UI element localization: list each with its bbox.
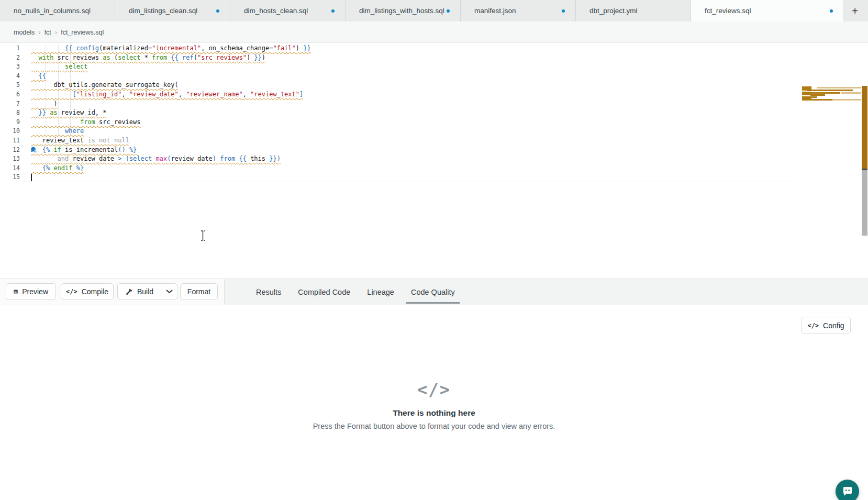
code-line-14[interactable]: 14 {% endif %} (0, 164, 868, 173)
line-number: 11 (0, 136, 23, 146)
breadcrumb: models›fct›fct_reviews.sql (14, 21, 104, 43)
file-tab-label: no_nulls_in_columns.sql (14, 7, 91, 15)
config-button[interactable]: </> Config (801, 317, 851, 334)
config-label: Config (823, 321, 844, 330)
format-label: Format (187, 287, 210, 296)
bottom-toolbar: Preview </> Compile Build Format Results (0, 279, 868, 305)
code-line-8[interactable]: 8 }} as review_id, * (0, 108, 868, 118)
code-line-text: {% endif %} (23, 164, 84, 173)
file-tab-dim_hosts_clean.sql[interactable]: dim_hosts_clean.sql (230, 0, 346, 21)
code-line-10[interactable]: 10 where (0, 127, 868, 136)
preview-button[interactable]: Preview (6, 283, 56, 300)
code-line-text: review_text is not null (23, 136, 129, 146)
line-number: 1 (0, 44, 23, 53)
panel-tab-lineage[interactable]: Lineage (367, 279, 394, 305)
file-header-row: models›fct›fct_reviews.sql Save (0, 21, 868, 43)
file-tab-label: manifest.json (474, 7, 516, 15)
file-tab-label: dim_listings_with_hosts.sql (359, 7, 444, 15)
code-line-text: select (23, 62, 87, 72)
code-line-text: and review_date > (select max(review_dat… (23, 154, 281, 164)
code-line-text: {{ config(materialized="incremental", on… (23, 44, 311, 53)
editor-scrollbar[interactable] (862, 86, 867, 236)
format-button[interactable]: Format (180, 283, 218, 300)
new-tab-button[interactable]: + (848, 4, 862, 18)
file-tab-manifest.json[interactable]: manifest.json (461, 0, 576, 21)
file-tab-dim_listings_clean.sql[interactable]: dim_listings_clean.sql (115, 0, 230, 21)
line-number: 14 (0, 164, 23, 173)
mouse-cursor-ibeam (200, 230, 206, 241)
panel-tab-label: Code Quality (411, 288, 455, 296)
code-line-15[interactable]: 15 (0, 173, 868, 182)
empty-state-subtitle: Press the Format button above to format … (0, 422, 868, 430)
code-icon: </> (807, 322, 819, 329)
text-cursor (31, 174, 32, 181)
panel-tab-label: Results (256, 288, 281, 296)
compile-button[interactable]: </> Compile (61, 283, 114, 300)
code-line-text: }} as review_id, * (23, 108, 107, 118)
code-line-9[interactable]: 9 from src_reviews (0, 118, 868, 127)
code-line-2[interactable]: 2 with src_reviews as (select * from {{ … (0, 53, 868, 63)
line-number: 5 (0, 81, 23, 90)
panel-tab-label: Compiled Code (298, 288, 350, 296)
code-line-13[interactable]: 13 and review_date > (select max(review_… (0, 154, 868, 164)
line-number: 4 (0, 72, 23, 81)
code-editor[interactable]: 1 {{ config(materialized="incremental", … (0, 43, 868, 279)
file-tab-label: fct_reviews.sql (705, 7, 751, 15)
build-options-button[interactable] (161, 284, 177, 299)
code-line-text: from src_reviews (23, 118, 141, 127)
code-icon: </> (0, 380, 868, 399)
code-line-11[interactable]: 11 review_text is not null (0, 136, 868, 146)
hammer-icon (125, 288, 133, 296)
code-line-text: {{ (23, 72, 46, 81)
file-tab-label: dbt_project.yml (589, 7, 638, 15)
build-label: Build (137, 287, 153, 296)
line-number: 8 (0, 108, 23, 118)
panel-tab-results[interactable]: Results (256, 279, 281, 305)
unsaved-changes-dot-icon (331, 9, 335, 13)
file-tab-dim_listings_with_hosts.sql[interactable]: dim_listings_with_hosts.sql (346, 0, 461, 21)
table-icon (14, 288, 18, 295)
code-line-4[interactable]: 4 {{ (0, 72, 868, 81)
preview-label: Preview (22, 287, 48, 296)
panel-tabs: ResultsCompiled CodeLineageCode Quality (224, 279, 455, 305)
code-line-text: dbt_utils.generate_surrogate_key( (23, 81, 179, 90)
file-tab-dbt_project.yml[interactable]: dbt_project.yml (576, 0, 691, 21)
unsaved-changes-dot-icon (447, 9, 450, 13)
file-tab-label: dim_hosts_clean.sql (244, 7, 308, 15)
code-line-text: ) (23, 99, 58, 109)
panel-tab-code-quality[interactable]: Code Quality (411, 279, 455, 305)
code-line-text: where (23, 127, 84, 136)
scrollbar-thumb-edge (862, 169, 867, 170)
panel-tab-label: Lineage (367, 288, 394, 296)
code-line-3[interactable]: 3 select (0, 62, 868, 72)
line-number: 2 (0, 53, 23, 63)
code-line-5[interactable]: 5 dbt_utils.generate_surrogate_key( (0, 81, 868, 90)
code-line-12[interactable]: 12 {% if is_incremental() %} (0, 146, 868, 155)
breadcrumb-separator-icon: › (38, 28, 40, 36)
panel-tab-compiled-code[interactable]: Compiled Code (298, 279, 350, 305)
line-number: 3 (0, 62, 23, 72)
unsaved-changes-dot-icon (216, 9, 219, 13)
empty-state-title: There is nothing here (0, 408, 868, 418)
ide-window: no_nulls_in_columns.sqldim_listings_clea… (0, 0, 868, 500)
build-button[interactable]: Build (118, 284, 161, 299)
code-line-7[interactable]: 7 ) (0, 99, 868, 109)
line-number: 13 (0, 154, 23, 164)
code-line-text: with src_reviews as (select * from {{ re… (23, 53, 265, 63)
line-number: 6 (0, 90, 23, 99)
breadcrumb-item[interactable]: models (14, 29, 35, 36)
empty-state: </> There is nothing here Press the Form… (0, 380, 868, 430)
build-button-group: Build (117, 283, 177, 300)
code-line-6[interactable]: 6 ["listing_id", "review_date", "reviewe… (0, 90, 868, 99)
lint-action-icon[interactable] (30, 147, 37, 153)
line-number: 9 (0, 118, 23, 127)
breadcrumb-item[interactable]: fct (44, 29, 51, 36)
breadcrumb-item: fct_reviews.sql (61, 29, 104, 36)
code-icon: </> (66, 288, 77, 295)
file-tab-no_nulls_in_columns.sql[interactable]: no_nulls_in_columns.sql (0, 0, 115, 21)
file-tab-fct_reviews.sql[interactable]: fct_reviews.sql (691, 0, 844, 21)
code-line-1[interactable]: 1 {{ config(materialized="incremental", … (0, 44, 868, 53)
file-tab-label: dim_listings_clean.sql (129, 7, 197, 15)
compile-label: Compile (82, 287, 108, 296)
assistant-chat-button[interactable] (836, 480, 859, 500)
